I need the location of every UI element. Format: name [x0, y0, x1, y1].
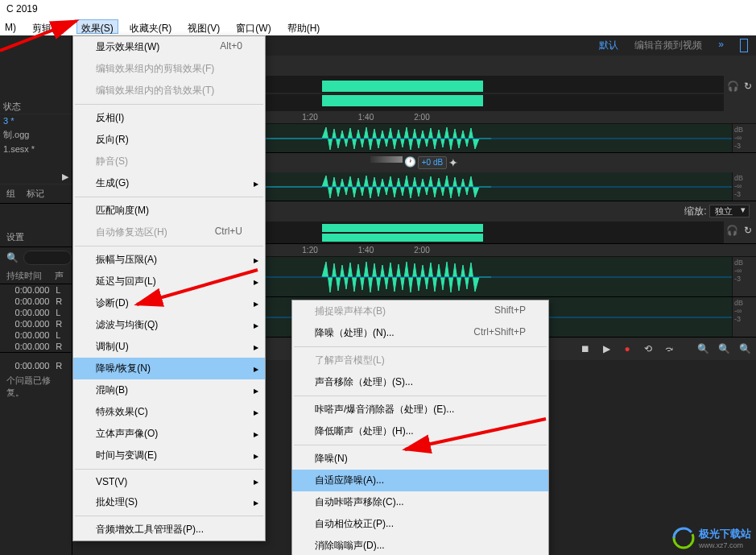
- history-row[interactable]: 0:00.000L: [0, 329, 72, 341]
- menubar: M) 剪辑(C) 效果(S) 收藏夹(R) 视图(V) 窗口(W) 帮助(H): [0, 18, 756, 35]
- effects-menu-item[interactable]: 振幅与压限(A): [73, 249, 265, 271]
- noise-menu-item[interactable]: 自动咔嗒声移除(C)...: [292, 491, 548, 513]
- noise-menu-item: 了解声音模型(L): [292, 350, 548, 371]
- noise-menu-item[interactable]: 自动相位校正(P)...: [292, 513, 548, 535]
- channel-info-L: dB -∞ -3: [732, 124, 756, 152]
- zoom-fit-icon[interactable]: 🔍: [737, 341, 753, 357]
- effects-menu-item[interactable]: 诊断(D): [73, 292, 265, 314]
- effects-menu-item[interactable]: 降噪/恢复(N): [73, 358, 265, 379]
- effects-menu-item[interactable]: 反向(R): [73, 129, 265, 151]
- panel-icon[interactable]: [740, 39, 748, 52]
- effects-menu-item[interactable]: 特殊效果(C): [73, 401, 265, 423]
- history-row[interactable]: 0:00.000R: [0, 318, 72, 329]
- zoom-out-icon[interactable]: 🔍: [716, 341, 732, 357]
- effects-menu-item[interactable]: 时间与变调(E): [73, 445, 265, 466]
- settings-label[interactable]: 设置: [0, 228, 72, 247]
- search-row: 🔍: [0, 247, 72, 268]
- preview-chan-R: dB-∞-3: [732, 297, 756, 337]
- tab-edit-audio-video[interactable]: 编辑音频到视频: [634, 39, 702, 52]
- history-headers: 持续时间 声: [0, 268, 72, 284]
- transport-play[interactable]: ▶: [598, 341, 614, 357]
- effects-menu: 显示效果组(W)Alt+0编辑效果组内的剪辑效果(F)编辑效果组内的音轨效果(T…: [72, 35, 266, 541]
- effects-menu-item[interactable]: 立体声声像(O): [73, 423, 265, 445]
- tab-group[interactable]: 组: [6, 188, 15, 200]
- transport-loop[interactable]: ⟲: [640, 341, 656, 357]
- app-title: C 2019: [6, 3, 38, 14]
- effects-menu-item[interactable]: 反相(I): [73, 107, 265, 129]
- tab-default[interactable]: 默认: [599, 39, 618, 52]
- effects-menu-item: 编辑效果组内的剪辑效果(F): [73, 58, 265, 80]
- zoom-in-icon[interactable]: 🔍: [695, 341, 711, 357]
- svg-rect-2: [322, 81, 483, 92]
- noise-menu-item[interactable]: 降噪（处理）(N)...Ctrl+Shift+P: [292, 322, 548, 344]
- transport-skip[interactable]: ⤼: [661, 341, 677, 357]
- loop-icon-2[interactable]: ↻: [742, 223, 754, 238]
- file-item-2[interactable]: 制.ogg: [0, 127, 72, 143]
- effects-menu-item[interactable]: 调制(U): [73, 336, 265, 358]
- file-item-3[interactable]: 1.sesx *: [0, 143, 72, 155]
- effects-menu-item[interactable]: 混响(B): [73, 379, 265, 401]
- file-item-1[interactable]: 3 *: [0, 114, 72, 127]
- noise-menu-item[interactable]: 声音移除（处理）(S)...: [292, 371, 548, 393]
- history-row[interactable]: 0:00.000R: [0, 341, 72, 352]
- menu-favorites[interactable]: 收藏夹(R): [125, 19, 177, 34]
- header-channel[interactable]: 声: [55, 270, 64, 282]
- watermark-logo-icon: [671, 526, 696, 550]
- effects-menu-item[interactable]: 生成(G): [73, 172, 265, 194]
- vol-slider[interactable]: [370, 156, 403, 163]
- noise-menu-item: 捕捉噪声样本(B)Shift+P: [292, 300, 548, 322]
- effects-menu-item[interactable]: 音频增效工具管理器(P)...: [73, 519, 265, 541]
- zoom-label: 缩放:: [684, 205, 706, 217]
- effects-menu-item: 静音(S): [73, 151, 265, 172]
- headphones-icon-2[interactable]: 🎧: [725, 223, 738, 238]
- tab-markers[interactable]: 标记: [27, 188, 44, 200]
- history-row-last[interactable]: 0:00.000 R: [0, 360, 72, 371]
- zoom-dropdown[interactable]: 独立: [709, 205, 750, 217]
- effects-menu-item[interactable]: 匹配响度(M): [73, 200, 265, 222]
- svg-rect-4: [322, 95, 483, 106]
- header-duration[interactable]: 持续时间: [6, 270, 55, 282]
- menu-help[interactable]: 帮助(H): [283, 19, 325, 34]
- effects-menu-item[interactable]: 批处理(S): [73, 491, 265, 513]
- history-row[interactable]: 0:00.000L: [0, 307, 72, 318]
- tab-menu-icon[interactable]: »: [718, 39, 724, 52]
- preview-chan-L: dB-∞-3: [732, 257, 756, 296]
- effects-menu-item[interactable]: 滤波与均衡(Q): [73, 314, 265, 336]
- menu-effects[interactable]: 效果(S): [76, 19, 118, 34]
- transport-stop[interactable]: ⏹: [577, 341, 593, 357]
- db-badge[interactable]: +0 dB: [418, 156, 447, 169]
- files-list: 3 * 制.ogg 1.sesx *: [0, 114, 72, 155]
- play-icon[interactable]: ▶: [62, 172, 68, 182]
- menu-window[interactable]: 窗口(W): [231, 19, 275, 34]
- noise-menu-item[interactable]: 咔嗒声/爆音消除器（处理）(E)...: [292, 399, 548, 420]
- effects-menu-item[interactable]: 显示效果组(W)Alt+0: [73, 36, 265, 58]
- svg-rect-12: [322, 224, 483, 232]
- left-sub-tabs: 组 标记: [0, 184, 72, 204]
- effects-menu-item[interactable]: VST(V): [73, 472, 265, 491]
- history-row[interactable]: 0:00.000R: [0, 296, 72, 307]
- history-row[interactable]: 0:00.000L: [0, 284, 72, 296]
- watermark-text: 极光下载站: [699, 527, 751, 541]
- noise-menu-item[interactable]: 消除嗡嗡声(D)...: [292, 535, 548, 555]
- clock-icon[interactable]: 🕐: [404, 156, 416, 169]
- noise-reduction-submenu: 捕捉噪声样本(B)Shift+P降噪（处理）(N)...Ctrl+Shift+P…: [291, 300, 549, 555]
- title-bar: C 2019: [0, 0, 756, 18]
- noise-menu-item[interactable]: 自适应降噪(A)...: [292, 470, 548, 491]
- headphones-icon[interactable]: 🎧: [727, 79, 739, 93]
- effects-menu-item: 自动修复选区(H)Ctrl+U: [73, 222, 265, 243]
- left-panel: 状态 3 * 制.ogg 1.sesx * ▶ 组 标记 设置 🔍 持续时间 声…: [0, 35, 72, 555]
- effects-menu-item[interactable]: 延迟与回声(L): [73, 271, 265, 292]
- status-header: 状态: [0, 100, 72, 114]
- watermark: 极光下载站 www.xz7.com: [671, 526, 751, 550]
- menu-view[interactable]: 视图(V): [183, 19, 225, 34]
- status-message: 个问题已修复。: [0, 371, 72, 402]
- loop-icon[interactable]: ↻: [742, 79, 753, 93]
- noise-menu-item[interactable]: 降噪(N): [292, 448, 548, 470]
- search-icon[interactable]: 🔍: [6, 252, 19, 263]
- menu-m[interactable]: M): [0, 19, 21, 34]
- noise-menu-item[interactable]: 降低嘶声（处理）(H)...: [292, 420, 548, 442]
- star-icon[interactable]: ✦: [448, 156, 458, 169]
- search-input[interactable]: [23, 251, 72, 265]
- transport-record[interactable]: ●: [619, 341, 635, 357]
- menu-clip[interactable]: 剪辑(C): [27, 19, 70, 34]
